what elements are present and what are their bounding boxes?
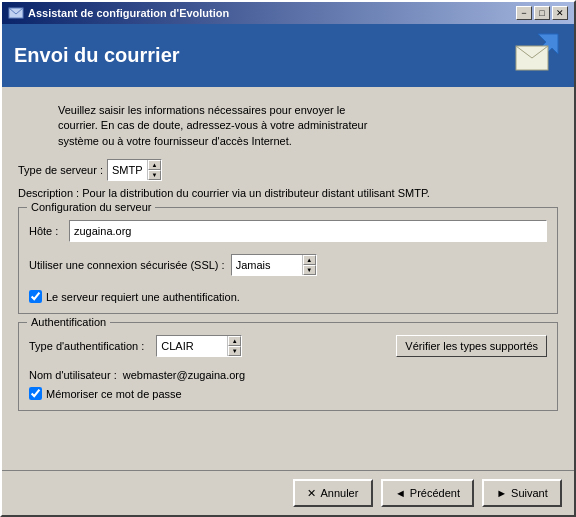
ssl-spin-down[interactable]: ▼ <box>303 265 316 275</box>
remember-password-checkbox[interactable] <box>29 387 42 400</box>
auth-type-row: Type d'authentification : CLAIR ▲ ▼ Véri… <box>29 335 547 357</box>
cancel-icon: ✕ <box>307 487 316 500</box>
auth-spin-up[interactable]: ▲ <box>228 336 241 346</box>
spin-down-btn[interactable]: ▼ <box>148 170 161 180</box>
window-title: Assistant de configuration d'Evolution <box>28 7 229 19</box>
cancel-button[interactable]: ✕ Annuler <box>293 479 373 507</box>
verify-types-button[interactable]: Vérifier les types supportés <box>396 335 547 357</box>
host-label: Hôte : <box>29 225 65 237</box>
server-type-label: Type de serveur : <box>18 164 103 176</box>
auth-group: Authentification Type d'authentification… <box>18 322 558 411</box>
remember-password-label: Mémoriser ce mot de passe <box>46 388 182 400</box>
server-type-row: Type de serveur : SMTP ▲ ▼ <box>18 159 558 181</box>
smtp-description: Description : Pour la distribution du co… <box>18 187 558 199</box>
cancel-label: Annuler <box>320 487 358 499</box>
back-icon: ◄ <box>395 487 406 499</box>
auth-type-label: Type d'authentification : <box>29 340 144 352</box>
next-icon: ► <box>496 487 507 499</box>
host-row: Hôte : <box>29 220 547 242</box>
titlebar: Assistant de configuration d'Evolution −… <box>2 2 574 24</box>
server-type-spin: ▲ ▼ <box>147 160 161 180</box>
auth-required-label: Le serveur requiert une authentification… <box>46 291 240 303</box>
auth-spin-down[interactable]: ▼ <box>228 346 241 356</box>
auth-type-select-wrapper[interactable]: CLAIR ▲ ▼ <box>156 335 242 357</box>
server-config-label: Configuration du serveur <box>27 201 155 213</box>
ssl-row: Utiliser une connexion sécurisée (SSL) :… <box>29 254 547 276</box>
next-button[interactable]: ► Suivant <box>482 479 562 507</box>
ssl-spin: ▲ ▼ <box>302 255 316 275</box>
ssl-spin-up[interactable]: ▲ <box>303 255 316 265</box>
remember-password-row: Mémoriser ce mot de passe <box>29 387 547 400</box>
main-window: Assistant de configuration d'Evolution −… <box>0 0 576 517</box>
app-icon <box>8 5 24 21</box>
server-type-select-wrapper[interactable]: SMTP ▲ ▼ <box>107 159 162 181</box>
server-type-select[interactable]: SMTP <box>108 160 147 180</box>
auth-spin: ▲ ▼ <box>227 336 241 356</box>
auth-required-row: Le serveur requiert une authentification… <box>29 290 547 303</box>
titlebar-buttons: − □ ✕ <box>516 6 568 20</box>
mail-envelope-icon <box>514 32 562 79</box>
minimize-button[interactable]: − <box>516 6 532 20</box>
host-input[interactable] <box>69 220 547 242</box>
ssl-select[interactable]: Jamais <box>232 255 302 275</box>
close-button[interactable]: ✕ <box>552 6 568 20</box>
auth-required-checkbox[interactable] <box>29 290 42 303</box>
auth-group-label: Authentification <box>27 316 110 328</box>
page-title: Envoi du courrier <box>14 44 180 67</box>
back-label: Précédent <box>410 487 460 499</box>
username-row: Nom d'utilisateur : webmaster@zugaina.or… <box>29 369 547 381</box>
header-bar: Envoi du courrier <box>2 24 574 87</box>
server-config-group: Configuration du serveur Hôte : Utiliser… <box>18 207 558 314</box>
titlebar-left: Assistant de configuration d'Evolution <box>8 5 229 21</box>
description-text: Veuillez saisir les informations nécessa… <box>58 103 558 149</box>
content-area: Veuillez saisir les informations nécessa… <box>2 87 574 470</box>
ssl-select-wrapper[interactable]: Jamais ▲ ▼ <box>231 254 317 276</box>
next-label: Suivant <box>511 487 548 499</box>
username-value: webmaster@zugaina.org <box>123 369 245 381</box>
back-button[interactable]: ◄ Précédent <box>381 479 474 507</box>
footer: ✕ Annuler ◄ Précédent ► Suivant <box>2 470 574 515</box>
auth-type-select[interactable]: CLAIR <box>157 336 227 356</box>
maximize-button[interactable]: □ <box>534 6 550 20</box>
username-label: Nom d'utilisateur : <box>29 369 117 381</box>
spin-up-btn[interactable]: ▲ <box>148 160 161 170</box>
ssl-label: Utiliser une connexion sécurisée (SSL) : <box>29 259 225 271</box>
